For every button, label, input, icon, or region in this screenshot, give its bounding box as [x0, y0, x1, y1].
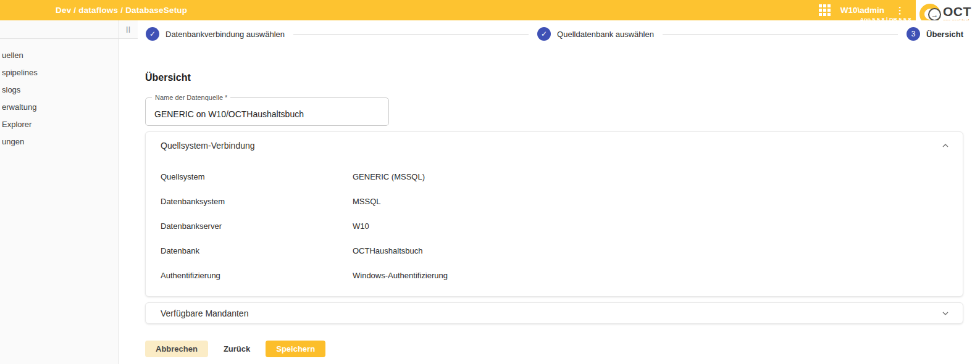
- step-1-label: Datenbankverbindung auswählen: [165, 30, 285, 39]
- step-3-label: Übersicht: [926, 30, 963, 39]
- step-1-check-icon: ✓: [146, 27, 159, 41]
- page-title: Übersicht: [145, 72, 963, 83]
- detail-value: GENERIC (MSSQL): [353, 172, 948, 181]
- detail-row: Quellsystem GENERIC (MSSQL): [161, 164, 948, 189]
- step-3-uebersicht[interactable]: 3 Übersicht: [907, 27, 963, 41]
- step-2-quelldatenbank[interactable]: ✓ Quelldatenbank auswählen: [537, 27, 654, 41]
- panel-quellsystem-header[interactable]: Quellsystem-Verbindung: [146, 132, 963, 159]
- step-1-datenbankverbindung[interactable]: ✓ Datenbankverbindung auswählen: [146, 27, 285, 41]
- main-content: Übersicht Name der Datenquelle * Quellsy…: [138, 48, 980, 364]
- sidebar-resize-handle[interactable]: ||: [119, 20, 138, 39]
- detail-value: OCTHaushaltsbuch: [353, 246, 948, 255]
- chevron-up-icon[interactable]: [942, 142, 949, 149]
- arrow-right-icon: →: [928, 8, 941, 21]
- detail-row: Datenbankserver W10: [161, 213, 948, 238]
- detail-label: Authentifizierung: [161, 271, 353, 280]
- detail-value: W10: [353, 221, 948, 231]
- action-buttons: Abbrechen Zurück Speichern: [145, 341, 963, 357]
- user-name[interactable]: W10\admin: [840, 6, 884, 15]
- datasource-name-label: Name der Datenquelle *: [152, 94, 230, 101]
- sidebar-item-einstellungen[interactable]: ungen: [0, 133, 119, 150]
- detail-label: Datenbankserver: [161, 221, 353, 231]
- detail-label: Quellsystem: [161, 172, 353, 181]
- sidebar-header: [0, 20, 119, 39]
- step-2-check-icon: ✓: [537, 27, 551, 41]
- sidebar-item-quellen[interactable]: uellen: [0, 46, 119, 64]
- detail-label: Datenbanksystem: [161, 197, 353, 206]
- panel-verfuegbare-mandanten: Verfügbare Mandanten: [145, 302, 963, 324]
- wizard-stepper: ✓ Datenbankverbindung auswählen ✓ Quelld…: [138, 20, 980, 48]
- panel-quellsystem-body: Quellsystem GENERIC (MSSQL) Datenbanksys…: [146, 159, 963, 296]
- back-button[interactable]: Zurück: [219, 341, 255, 357]
- detail-row: Datenbanksystem MSSQL: [161, 189, 948, 213]
- detail-label: Datenbank: [161, 246, 353, 255]
- panel-quellsystem-verbindung: Quellsystem-Verbindung Quellsystem GENER…: [145, 131, 963, 297]
- kebab-menu-icon[interactable]: ⋮: [894, 6, 906, 15]
- detail-row: Datenbank OCTHaushaltsbuch: [161, 238, 948, 263]
- panel-mandanten-title: Verfügbare Mandanten: [161, 308, 248, 318]
- logo-text: OCT: [943, 5, 971, 18]
- panel-quellsystem-title: Quellsystem-Verbindung: [161, 141, 255, 151]
- sidebar-menu: uellen spipelines slogs erwaltung Explor…: [0, 39, 119, 150]
- detail-value: Windows-Authentifizierung: [353, 271, 948, 280]
- datasource-name-input[interactable]: [146, 98, 388, 125]
- sidebar-item-logs[interactable]: slogs: [0, 81, 119, 98]
- top-bar: Dev / dataflows / DatabaseSetup W10\admi…: [0, 0, 980, 20]
- chevron-down-icon[interactable]: [942, 310, 949, 317]
- stepper-connector: [293, 34, 529, 35]
- save-button[interactable]: Speichern: [266, 341, 325, 357]
- apps-grid-icon[interactable]: [819, 4, 831, 16]
- stepper-connector: [663, 34, 898, 35]
- breadcrumb[interactable]: Dev / dataflows / DatabaseSetup: [56, 6, 187, 15]
- sidebar-item-verwaltung[interactable]: erwaltung: [0, 98, 119, 115]
- step-2-label: Quelldatenbank auswählen: [557, 30, 654, 39]
- sidebar-item-pipelines[interactable]: spipelines: [0, 64, 119, 81]
- step-3-number: 3: [907, 27, 920, 41]
- panel-mandanten-header[interactable]: Verfügbare Mandanten: [146, 303, 963, 323]
- detail-row: Authentifizierung Windows-Authentifizier…: [161, 263, 948, 287]
- cancel-button[interactable]: Abbrechen: [145, 341, 208, 357]
- resize-handle-icon: ||: [126, 26, 131, 33]
- datasource-name-field: Name der Datenquelle *: [145, 97, 389, 126]
- sidebar-item-explorer[interactable]: Explorer: [0, 115, 119, 133]
- sidebar: || uellen spipelines slogs erwaltung Exp…: [0, 20, 119, 364]
- detail-value: MSSQL: [353, 197, 948, 206]
